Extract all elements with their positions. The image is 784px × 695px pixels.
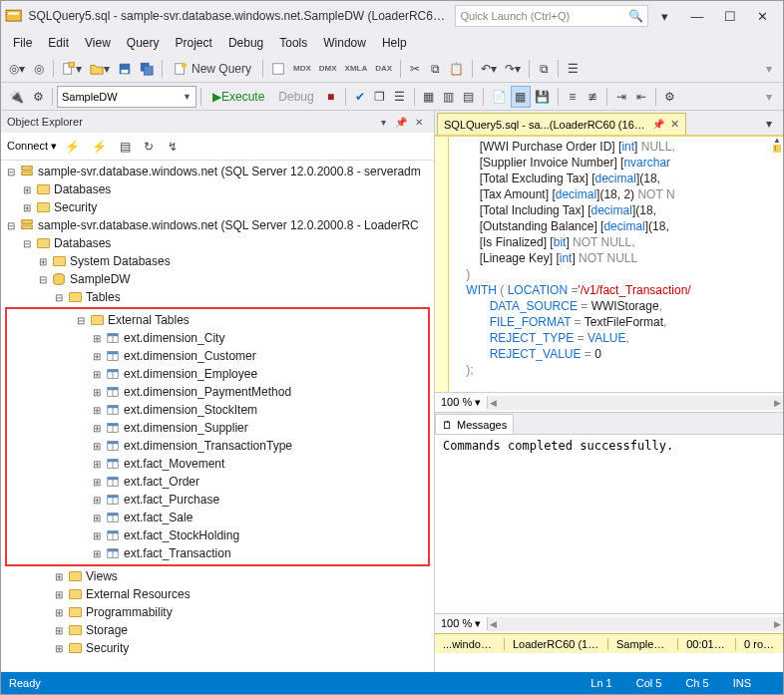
results-to-text-button[interactable]: 📄 (488, 86, 511, 108)
panel-pin-button[interactable]: 📌 (392, 117, 410, 128)
cut-button[interactable]: ✂ (405, 58, 425, 80)
menu-query[interactable]: Query (119, 34, 168, 52)
panel-close-button[interactable]: ✕ (410, 117, 428, 128)
external-table-node[interactable]: ⊞ext.fact_Transaction (7, 544, 428, 562)
folder-tables[interactable]: ⊟Tables (1, 288, 434, 306)
menu-file[interactable]: File (5, 34, 40, 52)
connection-type-button[interactable]: ⚙ (28, 86, 48, 108)
save-button[interactable] (114, 58, 136, 80)
folder-node[interactable]: ⊞External Resources (1, 585, 434, 603)
object-explorer-tree[interactable]: ⊟sample-svr.database.windows.net (SQL Se… (1, 161, 434, 672)
find-button[interactable]: ⧉ (534, 58, 554, 80)
oe-refresh-button[interactable]: ↻ (139, 136, 159, 158)
expander-icon[interactable]: ⊟ (53, 292, 65, 303)
toolbar2-overflow-button[interactable]: ▾ (759, 86, 779, 108)
menu-window[interactable]: Window (315, 34, 374, 52)
code-text[interactable]: [WWI Purchase Order ID] [int] NULL, [Sup… (449, 137, 773, 392)
code-editor[interactable]: [WWI Purchase Order ID] [int] NULL, [Sup… (435, 135, 783, 392)
server-node[interactable]: ⊟sample-svr.database.windows.net (SQL Se… (1, 216, 434, 234)
messages-zoom-dropdown[interactable]: 100 % ▾ (435, 617, 488, 630)
external-table-node[interactable]: ⊞ext.fact_Purchase (7, 491, 428, 509)
redo-button[interactable]: ↷▾ (501, 58, 525, 80)
external-table-node[interactable]: ⊞ext.dimension_Supplier (7, 419, 428, 437)
external-table-node[interactable]: ⊞ext.fact_Movement (7, 455, 428, 473)
expander-icon[interactable]: ⊟ (75, 315, 87, 326)
open-file-button[interactable]: ▾ (86, 58, 114, 80)
connect-button[interactable]: Connect ▾ (7, 140, 57, 153)
parse-button[interactable]: ✔ (350, 86, 370, 108)
external-table-node[interactable]: ⊞ext.dimension_City (7, 329, 428, 347)
toolbar-overflow-button[interactable]: ▾ (759, 58, 779, 80)
db-sampledw[interactable]: ⊟SampleDW (1, 270, 434, 288)
messages-scrollbar[interactable] (488, 617, 783, 631)
external-table-node[interactable]: ⊞ext.dimension_PaymentMethod (7, 383, 428, 401)
include-plan-button[interactable]: ▦ (419, 86, 439, 108)
expander-icon[interactable]: ⊞ (91, 369, 103, 380)
comment-button[interactable]: ≡ (563, 86, 583, 108)
expander-icon[interactable]: ⊟ (5, 167, 17, 177)
expander-icon[interactable]: ⊞ (21, 202, 33, 213)
messages-tab[interactable]: 🗒 Messages (435, 414, 514, 434)
execute-button[interactable]: ▶ Execute (205, 86, 271, 108)
minimize-button[interactable]: — (681, 1, 714, 31)
save-all-button[interactable] (136, 58, 158, 80)
copy-button[interactable]: ⧉ (425, 58, 445, 80)
menu-help[interactable]: Help (374, 34, 415, 52)
debug-button[interactable]: Debug (271, 86, 320, 108)
nav-back-button[interactable]: ◎▾ (5, 58, 29, 80)
specify-values-button[interactable]: ⚙ (660, 86, 680, 108)
server-node[interactable]: ⊟sample-svr.database.windows.net (SQL Se… (1, 163, 434, 180)
indent-button[interactable]: ⇥ (611, 86, 631, 108)
folder-node[interactable]: ⊞Storage (1, 621, 434, 639)
expander-icon[interactable]: ⊞ (91, 513, 103, 523)
expander-icon[interactable]: ⊞ (53, 643, 65, 654)
tab-close-button[interactable]: ✕ (670, 118, 679, 131)
close-button[interactable]: ✕ (746, 1, 779, 31)
expander-icon[interactable]: ⊞ (21, 184, 33, 195)
menu-edit[interactable]: Edit (40, 34, 77, 52)
expander-icon[interactable]: ⊞ (53, 625, 65, 636)
folder-system-databases[interactable]: ⊞System Databases (1, 252, 434, 270)
results-to-file-button[interactable]: 💾 (531, 86, 554, 108)
external-table-node[interactable]: ⊞ext.fact_StockHolding (7, 526, 428, 544)
panel-menu-button[interactable]: ▾ (374, 117, 392, 128)
menu-view[interactable]: View (77, 34, 119, 52)
expander-icon[interactable]: ⊞ (91, 423, 103, 434)
new-query-button[interactable]: New Query (167, 58, 258, 80)
expander-icon[interactable]: ⊞ (91, 441, 103, 452)
external-table-node[interactable]: ⊞ext.fact_Order (7, 473, 428, 491)
dax-button[interactable]: DAX (371, 58, 396, 80)
expander-icon[interactable]: ⊞ (53, 589, 65, 600)
database-dropdown[interactable]: SampleDW ▼ (57, 86, 196, 108)
include-stats-button[interactable]: ▥ (439, 86, 459, 108)
query-options-button[interactable]: ☰ (390, 86, 410, 108)
expander-icon[interactable]: ⊞ (91, 333, 103, 344)
expander-icon[interactable]: ⊞ (91, 530, 103, 541)
expander-icon[interactable]: ⊞ (91, 459, 103, 470)
properties-button[interactable]: ☰ (563, 58, 583, 80)
new-project-button[interactable]: ▾ (58, 58, 86, 80)
expander-icon[interactable]: ⊞ (91, 351, 103, 362)
external-table-node[interactable]: ⊞ext.dimension_Employee (7, 365, 428, 383)
results-to-grid-button[interactable]: ▦ (511, 86, 531, 108)
maximize-button[interactable]: ☐ (713, 1, 746, 31)
expander-icon[interactable]: ⊟ (37, 274, 49, 285)
expander-icon[interactable]: ⊞ (91, 387, 103, 398)
oe-search-button[interactable]: ↯ (163, 136, 183, 158)
cancel-query-button[interactable]: ■ (321, 86, 341, 108)
expander-icon[interactable]: ⊞ (91, 405, 103, 416)
outdent-button[interactable]: ⇤ (631, 86, 651, 108)
mdx-button[interactable]: MDX (289, 58, 315, 80)
paste-button[interactable]: 📋 (445, 58, 468, 80)
folder-security[interactable]: ⊞Security (1, 198, 434, 216)
editor-tab[interactable]: SQLQuery5.sql - sa...(LoaderRC60 (168))*… (437, 113, 686, 135)
expander-icon[interactable]: ⊟ (21, 238, 33, 249)
folder-node[interactable]: ⊞Programmability (1, 603, 434, 621)
zoom-dropdown[interactable]: 100 % ▾ (435, 396, 488, 409)
menu-debug[interactable]: Debug (220, 34, 271, 52)
menu-project[interactable]: Project (168, 34, 220, 52)
external-table-node[interactable]: ⊞ext.fact_Sale (7, 509, 428, 526)
include-client-stats-button[interactable]: ▤ (459, 86, 479, 108)
expander-icon[interactable]: ⊟ (5, 220, 17, 231)
oe-disconnect-button[interactable]: ⚡ (61, 136, 84, 158)
